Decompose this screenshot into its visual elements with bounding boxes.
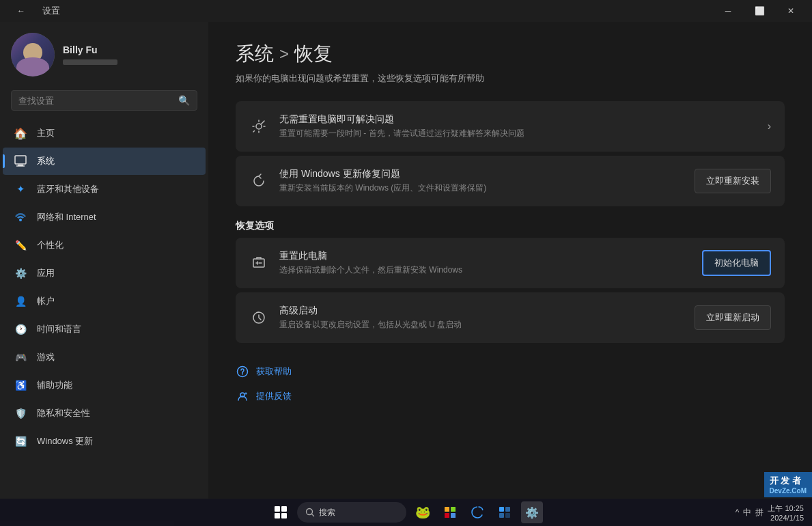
svg-rect-12 bbox=[281, 513, 287, 518]
tray-lang2[interactable]: 拼 bbox=[755, 507, 764, 518]
reset-pc-card: 重置此电脑 选择保留或删除个人文件，然后重新安装 Windows 初始化电脑 bbox=[236, 238, 785, 288]
user-subtitle bbox=[63, 59, 117, 65]
reset-pc-icon bbox=[249, 253, 268, 273]
advanced-startup-title: 高级启动 bbox=[279, 305, 684, 317]
personalize-icon: ✏️ bbox=[14, 238, 27, 252]
advanced-startup-desc: 重启设备以更改启动设置，包括从光盘或 U 盘启动 bbox=[279, 319, 684, 331]
fix-problems-content: 无需重置电脑即可解决问题 重置可能需要一段时间 - 首先，请尝试通过运行疑难解答… bbox=[279, 113, 757, 139]
sidebar-item-label: 隐私和安全性 bbox=[37, 407, 90, 419]
feedback-icon bbox=[236, 389, 249, 403]
taskbar-center: 搜索 🐸 ⚙️ bbox=[270, 501, 543, 523]
tray-caret[interactable]: ^ bbox=[736, 508, 740, 517]
reinstall-icon bbox=[249, 171, 268, 191]
system-clock: 上午 10:25 2024/1/15 bbox=[768, 503, 804, 522]
bluetooth-icon: ✦ bbox=[14, 182, 27, 196]
user-info: Billy Fu bbox=[63, 44, 197, 65]
reset-pc-content: 重置此电脑 选择保留或删除个人文件，然后重新安装 Windows bbox=[279, 250, 691, 276]
sidebar-item-accessibility[interactable]: ♿ 辅助功能 bbox=[3, 372, 206, 399]
svg-rect-19 bbox=[505, 507, 510, 512]
get-help-link[interactable]: 获取帮助 bbox=[236, 359, 785, 384]
titlebar-left: ← 设置 bbox=[5, 0, 60, 22]
svg-rect-17 bbox=[451, 513, 456, 518]
close-button[interactable]: ✕ bbox=[775, 0, 807, 22]
sidebar-item-label: 时间和语言 bbox=[37, 323, 81, 335]
titlebar-controls: ─ ⬜ ✕ bbox=[712, 0, 807, 22]
back-button[interactable]: ← bbox=[5, 0, 37, 22]
taskbar-app1[interactable]: 🐸 bbox=[412, 501, 434, 523]
search-icon: 🔍 bbox=[178, 95, 190, 106]
sidebar-item-personalize[interactable]: ✏️ 个性化 bbox=[3, 232, 206, 259]
feedback-text: 提供反馈 bbox=[256, 390, 292, 402]
titlebar-title: 设置 bbox=[42, 5, 60, 17]
sidebar-item-label: 蓝牙和其他设备 bbox=[37, 183, 99, 195]
sidebar-item-games[interactable]: 🎮 游戏 bbox=[3, 344, 206, 371]
user-name: Billy Fu bbox=[63, 44, 197, 55]
feedback-link[interactable]: 提供反馈 bbox=[236, 384, 785, 409]
sidebar-item-label: 辅助功能 bbox=[37, 379, 72, 391]
sidebar-item-privacy[interactable]: 🛡️ 隐私和安全性 bbox=[3, 400, 206, 427]
network-icon bbox=[14, 210, 27, 224]
svg-rect-21 bbox=[505, 513, 510, 518]
reinstall-content: 使用 Windows 更新修复问题 重新安装当前版本的 Windows (应用、… bbox=[279, 168, 684, 194]
maximize-button[interactable]: ⬜ bbox=[744, 0, 775, 22]
watermark: 开 发 者 DevZe.CoM bbox=[764, 472, 812, 497]
svg-rect-10 bbox=[281, 506, 287, 512]
sidebar-item-network[interactable]: 网络和 Internet bbox=[3, 204, 206, 231]
user-profile[interactable]: Billy Fu bbox=[0, 22, 208, 85]
svg-rect-11 bbox=[275, 513, 280, 518]
reinstall-button[interactable]: 立即重新安装 bbox=[695, 169, 771, 193]
sidebar-item-bluetooth[interactable]: ✦ 蓝牙和其他设备 bbox=[3, 176, 206, 203]
sidebar-item-label: 帐户 bbox=[37, 295, 55, 307]
fix-problems-card[interactable]: 无需重置电脑即可解决问题 重置可能需要一段时间 - 首先，请尝试通过运行疑难解答… bbox=[236, 101, 785, 152]
svg-rect-20 bbox=[499, 513, 504, 518]
get-help-icon bbox=[236, 365, 249, 378]
sidebar-nav: 🏠 主页 系统 ✦ 蓝牙和其他设备 bbox=[0, 119, 208, 456]
taskbar-edge[interactable] bbox=[466, 501, 488, 523]
watermark-line2: DevZe.CoM bbox=[770, 487, 807, 495]
time-icon: 🕐 bbox=[14, 322, 27, 336]
account-icon: 👤 bbox=[14, 294, 27, 308]
sidebar-item-apps[interactable]: ⚙️ 应用 bbox=[3, 260, 206, 287]
sidebar-item-label: 游戏 bbox=[37, 351, 55, 363]
app-container: Billy Fu 🔍 🏠 主页 bbox=[0, 22, 812, 499]
restart-now-button[interactable]: 立即重新启动 bbox=[695, 305, 771, 330]
sidebar-item-home[interactable]: 🏠 主页 bbox=[3, 120, 206, 147]
taskbar-store[interactable] bbox=[494, 501, 516, 523]
sidebar-item-system[interactable]: 系统 bbox=[3, 148, 206, 175]
privacy-icon: 🛡️ bbox=[14, 406, 27, 420]
taskbar-app2[interactable] bbox=[439, 501, 461, 523]
sidebar-item-account[interactable]: 👤 帐户 bbox=[3, 288, 206, 315]
advanced-startup-action[interactable]: 立即重新启动 bbox=[695, 305, 771, 330]
reset-pc-action[interactable]: 初始化电脑 bbox=[702, 250, 771, 276]
titlebar: ← 设置 ─ ⬜ ✕ bbox=[0, 0, 812, 22]
initialize-pc-button[interactable]: 初始化电脑 bbox=[702, 250, 771, 276]
sidebar: Billy Fu 🔍 🏠 主页 bbox=[0, 22, 208, 499]
sidebar-item-time[interactable]: 🕐 时间和语言 bbox=[3, 316, 206, 343]
taskbar-search-text: 搜索 bbox=[319, 507, 335, 518]
svg-point-3 bbox=[19, 219, 22, 221]
svg-rect-0 bbox=[15, 156, 26, 164]
taskbar-right: ^ 中 拼 上午 10:25 2024/1/15 bbox=[736, 503, 804, 522]
get-help-text: 获取帮助 bbox=[256, 365, 292, 378]
minimize-button[interactable]: ─ bbox=[712, 0, 744, 22]
breadcrumb-parent: 系统 bbox=[236, 41, 274, 67]
search-input[interactable] bbox=[18, 96, 173, 106]
sidebar-item-label: 网络和 Internet bbox=[37, 211, 96, 223]
help-links: 获取帮助 提供反馈 bbox=[236, 359, 785, 409]
sidebar-item-label: 系统 bbox=[37, 155, 55, 167]
chevron-right-icon: › bbox=[768, 120, 771, 133]
home-icon: 🏠 bbox=[14, 126, 27, 140]
breadcrumb: 系统 > 恢复 bbox=[236, 41, 785, 67]
search-box[interactable]: 🔍 bbox=[11, 90, 197, 111]
search-container: 🔍 bbox=[0, 85, 208, 119]
taskbar-search[interactable]: 搜索 bbox=[297, 502, 406, 523]
advanced-startup-card: 高级启动 重启设备以更改启动设置，包括从光盘或 U 盘启动 立即重新启动 bbox=[236, 292, 785, 343]
reinstall-action[interactable]: 立即重新安装 bbox=[695, 169, 771, 193]
start-button[interactable] bbox=[270, 501, 292, 523]
tray-lang1[interactable]: 中 bbox=[743, 507, 751, 518]
main-content: 系统 > 恢复 如果你的电脑出现问题或希望重置，这些恢复选项可能有所帮助 无需重… bbox=[208, 22, 812, 499]
advanced-startup-content: 高级启动 重启设备以更改启动设置，包括从光盘或 U 盘启动 bbox=[279, 305, 684, 331]
avatar-image bbox=[11, 33, 55, 77]
sidebar-item-windows-update[interactable]: 🔄 Windows 更新 bbox=[3, 428, 206, 455]
taskbar-settings-active[interactable]: ⚙️ bbox=[521, 501, 543, 523]
